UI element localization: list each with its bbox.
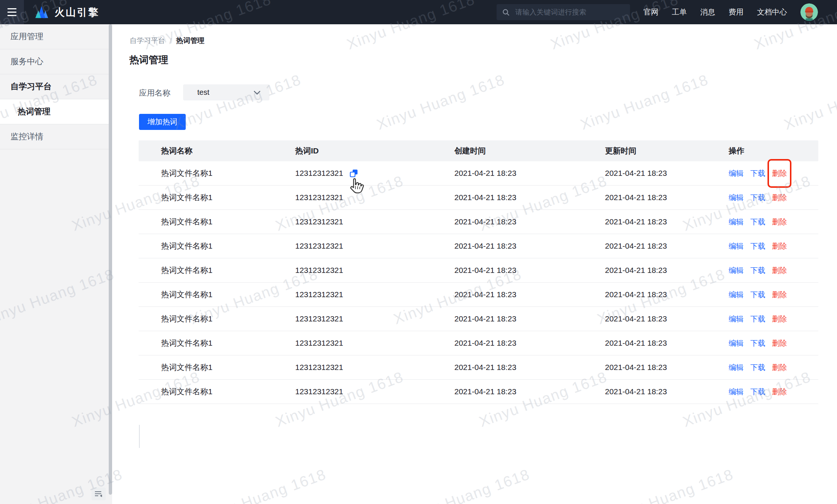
hotword-name-cell: 热词文件名称1 [139,192,273,203]
delete-link[interactable]: 删除 [772,217,787,227]
actions-cell: 编辑 下载 删除 [706,217,818,227]
hotword-name-cell: 热词文件名称1 [139,168,273,178]
delete-annotation-box: 删除 [772,290,787,300]
collapse-sidebar-button[interactable] [92,488,106,500]
hotword-id-cell: 12312312321 [273,266,432,275]
search-icon [502,8,510,16]
hotword-id-cell: 12312312321 [273,242,432,251]
updated-time-cell: 2021-04-21 18:23 [583,193,706,202]
delete-annotation-box: 删除 [772,265,787,276]
column-header-updated-time: 更新时间 [583,146,706,156]
created-time-cell: 2021-04-21 18:23 [432,314,583,323]
table-row: 热词文件名称1 12312312321 2021-04-21 18:23 202… [139,210,818,234]
actions-cell: 编辑 下载 删除 [706,193,818,203]
created-time-cell: 2021-04-21 18:23 [432,242,583,251]
table-row: 热词文件名称1 12312312321 2021-04-21 18:23 202… [139,355,818,380]
download-link[interactable]: 下载 [750,217,765,227]
delete-link[interactable]: 删除 [772,193,787,203]
actions-cell: 编辑 下载 删除 [706,338,818,348]
delete-annotation-box: 删除 [772,314,787,324]
user-avatar[interactable] [800,3,818,21]
table-row: 热词文件名称1 12312312321 2021-04-21 18:23 202… [139,380,818,404]
add-hotword-button[interactable]: 增加热词 [139,114,186,130]
delete-link[interactable]: 删除 [772,338,787,348]
edit-link[interactable]: 编辑 [729,193,744,203]
download-link[interactable]: 下载 [750,290,765,300]
app-name-select[interactable]: test [183,84,269,100]
delete-link[interactable]: 删除 [772,265,787,276]
delete-link[interactable]: 删除 [772,290,787,300]
created-time-cell: 2021-04-21 18:23 [432,217,583,226]
watermark-text: Xinyu Huang 1618 [782,71,837,133]
nav-link-official-site[interactable]: 官网 [643,7,658,17]
download-link[interactable]: 下载 [750,338,765,348]
nav-link-messages[interactable]: 消息 [700,7,715,17]
hotword-name-cell: 热词文件名称1 [139,362,273,373]
breadcrumb-parent[interactable]: 自学习平台 [130,36,165,46]
search-input[interactable] [515,8,625,17]
edit-link[interactable]: 编辑 [729,265,744,276]
delete-annotation-box: 删除 [772,241,787,251]
sidebar-item-app-management[interactable]: 应用管理 [0,24,112,49]
watermark-text: Xinyu Huang 1618 [603,466,736,504]
hotword-id-cell: 12312312321 [273,168,432,178]
download-link[interactable]: 下载 [750,168,765,178]
chevron-down-icon [253,90,261,95]
download-link[interactable]: 下载 [750,387,765,397]
delete-link[interactable]: 删除 [772,363,787,373]
hotword-id-cell: 12312312321 [273,290,432,299]
hamburger-menu-button[interactable] [0,0,24,24]
hotword-name-cell: 热词文件名称1 [139,241,273,251]
watermark-text: Xinyu Huang 1618 [399,466,532,504]
delete-link[interactable]: 删除 [772,241,787,251]
hotword-id-cell: 12312312321 [273,193,432,202]
volcano-mountains-icon [34,5,49,19]
created-time-cell: 2021-04-21 18:23 [432,363,583,372]
download-link[interactable]: 下载 [750,265,765,276]
table-row: 热词文件名称1 12312312321 2021-04-21 18:23 202… [139,258,818,283]
updated-time-cell: 2021-04-21 18:23 [583,242,706,251]
sidebar-item-self-learning-platform[interactable]: 自学习平台 [0,74,112,99]
download-link[interactable]: 下载 [750,363,765,373]
updated-time-cell: 2021-04-21 18:23 [583,339,706,348]
table-header-row: 热词名称 热词ID 创建时间 更新时间 操作 [139,140,818,161]
delete-link[interactable]: 删除 [772,387,787,397]
edit-link[interactable]: 编辑 [729,168,744,178]
edit-link[interactable]: 编辑 [729,363,744,373]
nav-link-billing[interactable]: 费用 [729,7,744,17]
download-link[interactable]: 下载 [750,193,765,203]
table-row: 热词文件名称1 12312312321 2021-04-21 18:23 202… [139,331,818,355]
updated-time-cell: 2021-04-21 18:23 [583,290,706,299]
table-row: 热词文件名称1 12312312321 2021-04-21 18:23 202… [139,161,818,186]
download-link[interactable]: 下载 [750,241,765,251]
delete-link[interactable]: 删除 [772,314,787,324]
brand-logo[interactable]: 火山引擎 [34,0,99,24]
delete-link[interactable]: 删除 [772,168,787,178]
hotword-name-cell: 热词文件名称1 [139,314,273,324]
edit-link[interactable]: 编辑 [729,314,744,324]
actions-cell: 编辑 下载 删除 [706,314,818,324]
created-time-cell: 2021-04-21 18:23 [432,266,583,275]
sidebar: 应用管理 服务中心 自学习平台 热词管理 监控详情 [0,24,112,504]
watermark-text: Xinyu Huang 1618 [578,71,711,133]
sidebar-item-hotword-management[interactable]: 热词管理 [0,99,112,124]
sidebar-scrollbar[interactable] [109,24,112,495]
copy-icon[interactable] [349,168,359,178]
edit-link[interactable]: 编辑 [729,290,744,300]
table-row: 热词文件名称1 12312312321 2021-04-21 18:23 202… [139,283,818,307]
edit-link[interactable]: 编辑 [729,338,744,348]
edit-link[interactable]: 编辑 [729,241,744,251]
breadcrumb-current: 热词管理 [176,36,204,46]
page-divider-line [139,425,140,448]
edit-link[interactable]: 编辑 [729,387,744,397]
global-search-box[interactable] [497,4,630,20]
sidebar-item-service-center[interactable]: 服务中心 [0,49,112,74]
collapse-list-icon [95,491,103,497]
actions-cell: 编辑 下载 删除 [706,387,818,397]
download-link[interactable]: 下载 [750,314,765,324]
sidebar-item-monitor-details[interactable]: 监控详情 [0,124,112,149]
nav-link-docs-center[interactable]: 文档中心 [757,7,787,17]
nav-link-tickets[interactable]: 工单 [672,7,687,17]
edit-link[interactable]: 编辑 [729,217,744,227]
delete-annotation-box: 删除 [772,338,787,348]
